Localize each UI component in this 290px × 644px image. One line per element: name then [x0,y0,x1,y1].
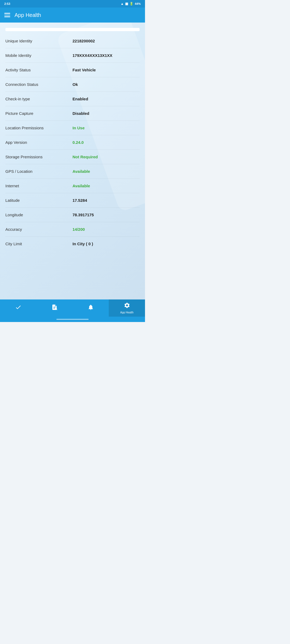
info-value-2: Fast Vehicle [73,68,140,72]
info-row-10: InternetAvailable [5,179,140,193]
status-time: 2:53 [4,2,10,5]
info-row-4: Check-in typeEnabled [5,92,140,106]
info-row-1: Mobile Identity179XXX4XXX13X1XX [5,48,140,63]
info-label-2: Activity Status [5,68,73,72]
info-value-13: 14/200 [73,227,140,232]
info-row-7: App Version0.24.0 [5,135,140,150]
info-value-1: 179XXX4XXX13X1XX [73,53,140,58]
info-label-8: Storage Premissions [5,155,73,159]
nav-item-search-doc[interactable] [36,299,73,317]
info-value-5: Disabled [73,111,140,116]
nav-item-bell[interactable] [73,299,109,317]
battery-icon: 🔋 [129,2,133,6]
checkmark-icon [15,304,21,312]
info-value-0: 2218200002 [73,39,140,43]
info-value-14: In City ( 0 ) [73,241,140,246]
info-value-9: Available [73,169,140,174]
info-row-14: City LimitIn City ( 0 ) [5,237,140,251]
info-list: Unique Identity2218200002Mobile Identity… [0,34,145,251]
info-value-6: In Use [73,126,140,130]
info-label-4: Check-in type [5,97,73,101]
info-row-9: GPS / LocationAvailable [5,164,140,179]
hamburger-menu[interactable] [4,13,10,17]
info-row-6: Location PremissionsIn Use [5,121,140,135]
info-label-11: Latitude [5,198,73,203]
nav-item-checkmark[interactable] [0,299,36,317]
info-row-8: Storage PremissionsNot Required [5,150,140,164]
home-indicator [0,317,145,322]
bell-icon [88,304,94,312]
info-label-7: App Version [5,140,73,145]
status-bar: 2:53 ▲ ▩ 🔋 44% [0,0,145,8]
info-row-3: Connection StatusOk [5,77,140,92]
home-bar [56,319,89,320]
info-row-0: Unique Identity2218200002 [5,34,140,48]
info-label-13: Accuracy [5,227,73,232]
info-value-12: 78.3917175 [73,213,140,217]
info-label-9: GPS / Location [5,169,73,174]
info-value-8: Not Required [73,155,140,159]
nav-label-apphealth: App Health [120,311,133,314]
bottom-navigation: App Health [0,299,145,317]
info-value-3: Ok [73,82,140,87]
signal-icon: ▩ [125,2,128,6]
info-row-5: Picture CaptureDisabled [5,106,140,121]
info-label-6: Location Premissions [5,126,73,130]
info-label-3: Connection Status [5,82,73,87]
apphealth-icon [124,302,130,310]
info-label-10: Internet [5,184,73,188]
app-bar-title: App Health [15,12,41,18]
info-value-11: 17.5284 [73,198,140,203]
battery-percent: 44% [135,2,141,5]
info-label-14: City Limit [5,241,73,246]
info-label-5: Picture Capture [5,111,73,116]
info-row-11: Latitude17.5284 [5,193,140,208]
app-bar: App Health [0,8,145,23]
info-label-1: Mobile Identity [5,53,73,58]
info-value-7: 0.24.0 [73,140,140,145]
content-area: Unique Identity2218200002Mobile Identity… [0,23,145,299]
info-value-10: Available [73,184,140,188]
svg-line-1 [56,309,57,310]
info-label-0: Unique Identity [5,39,73,43]
info-label-12: Longitude [5,213,73,217]
info-row-13: Accuracy14/200 [5,222,140,237]
info-row-2: Activity StatusFast Vehicle [5,63,140,77]
search-doc-icon [51,304,58,312]
info-value-4: Enabled [73,97,140,101]
nav-item-apphealth[interactable]: App Health [109,299,145,317]
card-strip [5,28,140,31]
wifi-icon: ▲ [121,2,124,6]
status-icons: ▲ ▩ 🔋 44% [121,2,141,6]
info-row-12: Longitude78.3917175 [5,208,140,222]
